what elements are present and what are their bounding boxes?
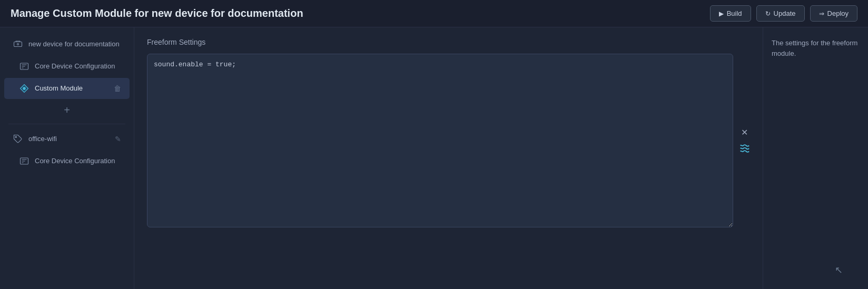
- deploy-icon: ⇒: [819, 10, 824, 17]
- info-text: The settings for the freeform module.: [772, 38, 860, 58]
- custom-module-label: Custom Module: [35, 84, 83, 93]
- svg-rect-0: [14, 42, 22, 47]
- sidebar-item-device2[interactable]: office-wifi ✎: [4, 128, 130, 150]
- device1-label: new device for documentation: [28, 40, 120, 49]
- add-icon: +: [64, 104, 70, 116]
- device2-label: office-wifi: [28, 135, 57, 144]
- main-layout: new device for documentation Core Device…: [0, 27, 868, 289]
- add-module-button[interactable]: +: [8, 101, 125, 119]
- info-panel: The settings for the freeform module.: [763, 27, 868, 289]
- device2-edit-button[interactable]: ✎: [115, 135, 121, 143]
- section-title: Freeform Settings: [147, 38, 750, 46]
- custom-module-icon: [19, 83, 29, 94]
- update-label: Update: [774, 9, 796, 17]
- build-label: Build: [727, 9, 742, 17]
- svg-point-5: [15, 136, 16, 137]
- header: Manage Custom Module for new device for …: [0, 0, 868, 27]
- deploy-button[interactable]: ⇒ Deploy: [810, 5, 857, 22]
- core-config-icon-2: [19, 156, 29, 166]
- page-title: Manage Custom Module for new device for …: [11, 7, 303, 19]
- sidebar: new device for documentation Core Device…: [0, 27, 134, 289]
- settings-flow-icon[interactable]: [738, 143, 750, 157]
- device-icon: [13, 39, 23, 49]
- sidebar-item-core-config-2[interactable]: Core Device Configuration: [4, 151, 130, 172]
- header-buttons: ▶ Build ↻ Update ⇒ Deploy: [710, 5, 857, 22]
- core-config-icon-1: [19, 61, 29, 72]
- sidebar-item-device1[interactable]: new device for documentation: [4, 34, 130, 55]
- freeform-settings-textarea[interactable]: sound.enable = true;: [147, 54, 733, 227]
- tag-icon: [13, 134, 23, 144]
- core-config-1-label: Core Device Configuration: [35, 62, 115, 71]
- svg-point-4: [23, 87, 26, 90]
- update-icon: ↻: [765, 10, 771, 17]
- content-area: Freeform Settings sound.enable = true; ✕: [134, 27, 763, 289]
- build-icon: ▶: [719, 10, 724, 17]
- sidebar-divider: [8, 124, 125, 124]
- custom-module-delete-button[interactable]: 🗑: [114, 84, 121, 93]
- build-button[interactable]: ▶ Build: [710, 5, 751, 22]
- svg-point-1: [17, 44, 19, 45]
- sidebar-item-core-config-1[interactable]: Core Device Configuration: [4, 56, 130, 77]
- textarea-wrapper: sound.enable = true;: [147, 54, 733, 229]
- icons-column: ✕: [738, 54, 750, 157]
- core-config-2-label: Core Device Configuration: [35, 157, 115, 166]
- update-button[interactable]: ↻ Update: [756, 5, 805, 22]
- sidebar-item-custom-module[interactable]: Custom Module 🗑: [4, 78, 130, 99]
- close-icon[interactable]: ✕: [741, 127, 748, 137]
- content-with-icons: sound.enable = true; ✕: [147, 54, 750, 229]
- deploy-label: Deploy: [827, 9, 849, 17]
